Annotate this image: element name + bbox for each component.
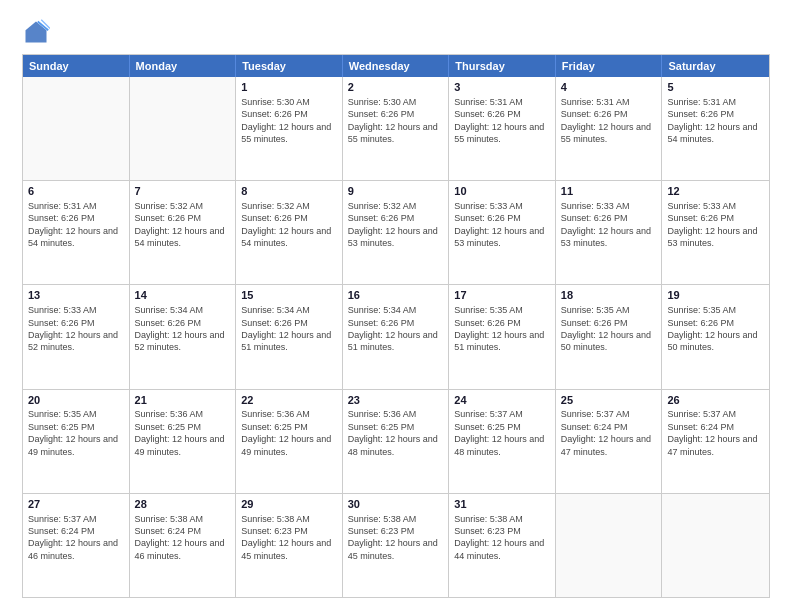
day-number: 24 xyxy=(454,393,550,408)
calendar-cell: 18Sunrise: 5:35 AM Sunset: 6:26 PM Dayli… xyxy=(556,285,663,388)
calendar-cell: 2Sunrise: 5:30 AM Sunset: 6:26 PM Daylig… xyxy=(343,77,450,180)
day-number: 11 xyxy=(561,184,657,199)
calendar-cell: 28Sunrise: 5:38 AM Sunset: 6:24 PM Dayli… xyxy=(130,494,237,597)
day-number: 13 xyxy=(28,288,124,303)
calendar-cell: 21Sunrise: 5:36 AM Sunset: 6:25 PM Dayli… xyxy=(130,390,237,493)
calendar-cell: 10Sunrise: 5:33 AM Sunset: 6:26 PM Dayli… xyxy=(449,181,556,284)
calendar-cell: 26Sunrise: 5:37 AM Sunset: 6:24 PM Dayli… xyxy=(662,390,769,493)
calendar-cell: 14Sunrise: 5:34 AM Sunset: 6:26 PM Dayli… xyxy=(130,285,237,388)
calendar-cell: 24Sunrise: 5:37 AM Sunset: 6:25 PM Dayli… xyxy=(449,390,556,493)
calendar-week-5: 27Sunrise: 5:37 AM Sunset: 6:24 PM Dayli… xyxy=(23,494,769,597)
day-info: Sunrise: 5:33 AM Sunset: 6:26 PM Dayligh… xyxy=(667,200,764,250)
day-number: 23 xyxy=(348,393,444,408)
day-info: Sunrise: 5:35 AM Sunset: 6:26 PM Dayligh… xyxy=(561,304,657,354)
calendar-cell: 11Sunrise: 5:33 AM Sunset: 6:26 PM Dayli… xyxy=(556,181,663,284)
calendar-week-2: 6Sunrise: 5:31 AM Sunset: 6:26 PM Daylig… xyxy=(23,181,769,285)
day-info: Sunrise: 5:31 AM Sunset: 6:26 PM Dayligh… xyxy=(561,96,657,146)
calendar-cell: 12Sunrise: 5:33 AM Sunset: 6:26 PM Dayli… xyxy=(662,181,769,284)
calendar-cell: 22Sunrise: 5:36 AM Sunset: 6:25 PM Dayli… xyxy=(236,390,343,493)
day-info: Sunrise: 5:36 AM Sunset: 6:25 PM Dayligh… xyxy=(135,408,231,458)
calendar-cell: 17Sunrise: 5:35 AM Sunset: 6:26 PM Dayli… xyxy=(449,285,556,388)
day-number: 7 xyxy=(135,184,231,199)
day-info: Sunrise: 5:37 AM Sunset: 6:25 PM Dayligh… xyxy=(454,408,550,458)
day-number: 12 xyxy=(667,184,764,199)
day-number: 20 xyxy=(28,393,124,408)
calendar-cell: 6Sunrise: 5:31 AM Sunset: 6:26 PM Daylig… xyxy=(23,181,130,284)
day-info: Sunrise: 5:31 AM Sunset: 6:26 PM Dayligh… xyxy=(454,96,550,146)
day-number: 17 xyxy=(454,288,550,303)
calendar-cell xyxy=(662,494,769,597)
day-number: 26 xyxy=(667,393,764,408)
calendar-week-1: 1Sunrise: 5:30 AM Sunset: 6:26 PM Daylig… xyxy=(23,77,769,181)
day-info: Sunrise: 5:31 AM Sunset: 6:26 PM Dayligh… xyxy=(28,200,124,250)
day-info: Sunrise: 5:36 AM Sunset: 6:25 PM Dayligh… xyxy=(241,408,337,458)
calendar-week-3: 13Sunrise: 5:33 AM Sunset: 6:26 PM Dayli… xyxy=(23,285,769,389)
day-number: 31 xyxy=(454,497,550,512)
day-number: 8 xyxy=(241,184,337,199)
calendar-cell: 27Sunrise: 5:37 AM Sunset: 6:24 PM Dayli… xyxy=(23,494,130,597)
calendar-cell: 23Sunrise: 5:36 AM Sunset: 6:25 PM Dayli… xyxy=(343,390,450,493)
day-number: 28 xyxy=(135,497,231,512)
day-info: Sunrise: 5:32 AM Sunset: 6:26 PM Dayligh… xyxy=(135,200,231,250)
logo xyxy=(22,18,54,46)
header-day-tuesday: Tuesday xyxy=(236,55,343,77)
page-header xyxy=(22,18,770,46)
calendar-cell: 16Sunrise: 5:34 AM Sunset: 6:26 PM Dayli… xyxy=(343,285,450,388)
day-number: 3 xyxy=(454,80,550,95)
calendar-page: SundayMondayTuesdayWednesdayThursdayFrid… xyxy=(0,0,792,612)
calendar-cell: 9Sunrise: 5:32 AM Sunset: 6:26 PM Daylig… xyxy=(343,181,450,284)
day-info: Sunrise: 5:37 AM Sunset: 6:24 PM Dayligh… xyxy=(28,513,124,563)
calendar-cell: 4Sunrise: 5:31 AM Sunset: 6:26 PM Daylig… xyxy=(556,77,663,180)
calendar-cell: 3Sunrise: 5:31 AM Sunset: 6:26 PM Daylig… xyxy=(449,77,556,180)
day-info: Sunrise: 5:30 AM Sunset: 6:26 PM Dayligh… xyxy=(241,96,337,146)
calendar-cell: 5Sunrise: 5:31 AM Sunset: 6:26 PM Daylig… xyxy=(662,77,769,180)
calendar-cell: 15Sunrise: 5:34 AM Sunset: 6:26 PM Dayli… xyxy=(236,285,343,388)
day-number: 5 xyxy=(667,80,764,95)
calendar-cell: 8Sunrise: 5:32 AM Sunset: 6:26 PM Daylig… xyxy=(236,181,343,284)
calendar-cell: 20Sunrise: 5:35 AM Sunset: 6:25 PM Dayli… xyxy=(23,390,130,493)
day-number: 14 xyxy=(135,288,231,303)
calendar-cell: 30Sunrise: 5:38 AM Sunset: 6:23 PM Dayli… xyxy=(343,494,450,597)
day-info: Sunrise: 5:32 AM Sunset: 6:26 PM Dayligh… xyxy=(241,200,337,250)
calendar-grid: SundayMondayTuesdayWednesdayThursdayFrid… xyxy=(22,54,770,598)
day-info: Sunrise: 5:32 AM Sunset: 6:26 PM Dayligh… xyxy=(348,200,444,250)
day-number: 22 xyxy=(241,393,337,408)
day-number: 1 xyxy=(241,80,337,95)
day-number: 30 xyxy=(348,497,444,512)
day-number: 21 xyxy=(135,393,231,408)
calendar-body: 1Sunrise: 5:30 AM Sunset: 6:26 PM Daylig… xyxy=(23,77,769,597)
day-info: Sunrise: 5:38 AM Sunset: 6:23 PM Dayligh… xyxy=(348,513,444,563)
day-number: 18 xyxy=(561,288,657,303)
day-info: Sunrise: 5:33 AM Sunset: 6:26 PM Dayligh… xyxy=(28,304,124,354)
calendar-cell: 7Sunrise: 5:32 AM Sunset: 6:26 PM Daylig… xyxy=(130,181,237,284)
calendar-cell: 31Sunrise: 5:38 AM Sunset: 6:23 PM Dayli… xyxy=(449,494,556,597)
calendar-cell: 25Sunrise: 5:37 AM Sunset: 6:24 PM Dayli… xyxy=(556,390,663,493)
header-day-friday: Friday xyxy=(556,55,663,77)
day-number: 10 xyxy=(454,184,550,199)
header-day-wednesday: Wednesday xyxy=(343,55,450,77)
day-info: Sunrise: 5:33 AM Sunset: 6:26 PM Dayligh… xyxy=(561,200,657,250)
calendar-cell: 1Sunrise: 5:30 AM Sunset: 6:26 PM Daylig… xyxy=(236,77,343,180)
calendar-header: SundayMondayTuesdayWednesdayThursdayFrid… xyxy=(23,55,769,77)
calendar-cell: 19Sunrise: 5:35 AM Sunset: 6:26 PM Dayli… xyxy=(662,285,769,388)
day-info: Sunrise: 5:34 AM Sunset: 6:26 PM Dayligh… xyxy=(348,304,444,354)
day-number: 19 xyxy=(667,288,764,303)
day-number: 9 xyxy=(348,184,444,199)
day-number: 15 xyxy=(241,288,337,303)
day-number: 6 xyxy=(28,184,124,199)
day-info: Sunrise: 5:38 AM Sunset: 6:23 PM Dayligh… xyxy=(454,513,550,563)
day-info: Sunrise: 5:34 AM Sunset: 6:26 PM Dayligh… xyxy=(135,304,231,354)
logo-icon xyxy=(22,18,50,46)
calendar-cell xyxy=(23,77,130,180)
header-day-monday: Monday xyxy=(130,55,237,77)
day-info: Sunrise: 5:37 AM Sunset: 6:24 PM Dayligh… xyxy=(561,408,657,458)
calendar-week-4: 20Sunrise: 5:35 AM Sunset: 6:25 PM Dayli… xyxy=(23,390,769,494)
day-info: Sunrise: 5:30 AM Sunset: 6:26 PM Dayligh… xyxy=(348,96,444,146)
header-day-saturday: Saturday xyxy=(662,55,769,77)
calendar-cell: 29Sunrise: 5:38 AM Sunset: 6:23 PM Dayli… xyxy=(236,494,343,597)
day-number: 29 xyxy=(241,497,337,512)
day-info: Sunrise: 5:34 AM Sunset: 6:26 PM Dayligh… xyxy=(241,304,337,354)
calendar-cell xyxy=(556,494,663,597)
day-info: Sunrise: 5:35 AM Sunset: 6:25 PM Dayligh… xyxy=(28,408,124,458)
calendar-cell: 13Sunrise: 5:33 AM Sunset: 6:26 PM Dayli… xyxy=(23,285,130,388)
